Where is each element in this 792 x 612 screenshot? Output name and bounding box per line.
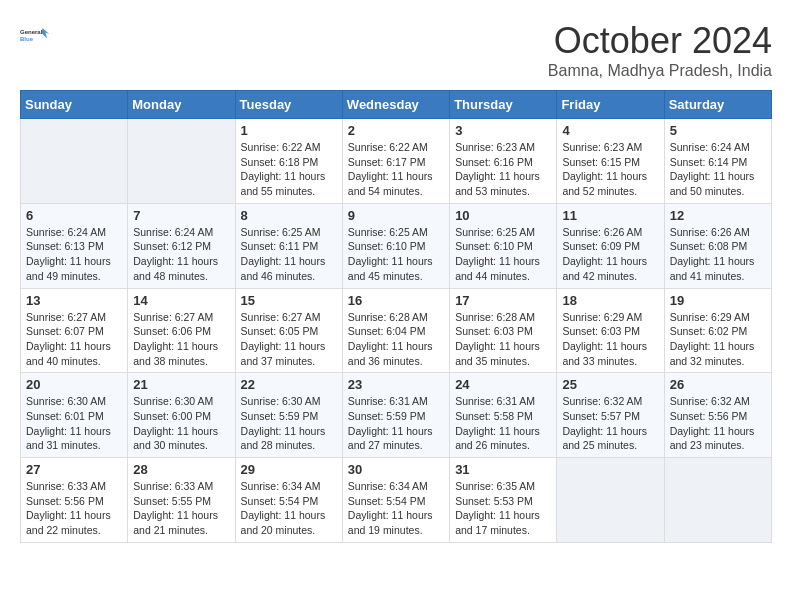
logo: GeneralBlue bbox=[20, 20, 50, 50]
day-cell: 27Sunrise: 6:33 AM Sunset: 5:56 PM Dayli… bbox=[21, 458, 128, 543]
day-number: 31 bbox=[455, 462, 551, 477]
day-info: Sunrise: 6:30 AM Sunset: 5:59 PM Dayligh… bbox=[241, 394, 337, 453]
week-row-4: 20Sunrise: 6:30 AM Sunset: 6:01 PM Dayli… bbox=[21, 373, 772, 458]
day-cell: 11Sunrise: 6:26 AM Sunset: 6:09 PM Dayli… bbox=[557, 203, 664, 288]
day-cell: 13Sunrise: 6:27 AM Sunset: 6:07 PM Dayli… bbox=[21, 288, 128, 373]
day-number: 25 bbox=[562, 377, 658, 392]
location: Bamna, Madhya Pradesh, India bbox=[548, 62, 772, 80]
week-row-2: 6Sunrise: 6:24 AM Sunset: 6:13 PM Daylig… bbox=[21, 203, 772, 288]
day-info: Sunrise: 6:33 AM Sunset: 5:56 PM Dayligh… bbox=[26, 479, 122, 538]
day-cell: 26Sunrise: 6:32 AM Sunset: 5:56 PM Dayli… bbox=[664, 373, 771, 458]
day-cell: 19Sunrise: 6:29 AM Sunset: 6:02 PM Dayli… bbox=[664, 288, 771, 373]
day-info: Sunrise: 6:26 AM Sunset: 6:09 PM Dayligh… bbox=[562, 225, 658, 284]
day-info: Sunrise: 6:27 AM Sunset: 6:05 PM Dayligh… bbox=[241, 310, 337, 369]
day-info: Sunrise: 6:28 AM Sunset: 6:03 PM Dayligh… bbox=[455, 310, 551, 369]
day-cell: 17Sunrise: 6:28 AM Sunset: 6:03 PM Dayli… bbox=[450, 288, 557, 373]
day-cell: 1Sunrise: 6:22 AM Sunset: 6:18 PM Daylig… bbox=[235, 119, 342, 204]
day-info: Sunrise: 6:27 AM Sunset: 6:07 PM Dayligh… bbox=[26, 310, 122, 369]
day-info: Sunrise: 6:33 AM Sunset: 5:55 PM Dayligh… bbox=[133, 479, 229, 538]
day-number: 18 bbox=[562, 293, 658, 308]
page-header: GeneralBlue October 2024 Bamna, Madhya P… bbox=[20, 20, 772, 80]
day-header-friday: Friday bbox=[557, 91, 664, 119]
day-info: Sunrise: 6:29 AM Sunset: 6:03 PM Dayligh… bbox=[562, 310, 658, 369]
day-info: Sunrise: 6:30 AM Sunset: 6:00 PM Dayligh… bbox=[133, 394, 229, 453]
svg-text:Blue: Blue bbox=[20, 36, 34, 42]
day-cell: 23Sunrise: 6:31 AM Sunset: 5:59 PM Dayli… bbox=[342, 373, 449, 458]
day-cell: 24Sunrise: 6:31 AM Sunset: 5:58 PM Dayli… bbox=[450, 373, 557, 458]
day-cell: 2Sunrise: 6:22 AM Sunset: 6:17 PM Daylig… bbox=[342, 119, 449, 204]
day-number: 24 bbox=[455, 377, 551, 392]
day-cell: 6Sunrise: 6:24 AM Sunset: 6:13 PM Daylig… bbox=[21, 203, 128, 288]
day-info: Sunrise: 6:24 AM Sunset: 6:12 PM Dayligh… bbox=[133, 225, 229, 284]
day-number: 6 bbox=[26, 208, 122, 223]
day-cell: 22Sunrise: 6:30 AM Sunset: 5:59 PM Dayli… bbox=[235, 373, 342, 458]
day-cell: 15Sunrise: 6:27 AM Sunset: 6:05 PM Dayli… bbox=[235, 288, 342, 373]
day-number: 12 bbox=[670, 208, 766, 223]
day-info: Sunrise: 6:29 AM Sunset: 6:02 PM Dayligh… bbox=[670, 310, 766, 369]
svg-text:General: General bbox=[20, 29, 43, 35]
day-cell bbox=[21, 119, 128, 204]
svg-marker-2 bbox=[42, 28, 50, 39]
day-info: Sunrise: 6:26 AM Sunset: 6:08 PM Dayligh… bbox=[670, 225, 766, 284]
day-number: 30 bbox=[348, 462, 444, 477]
day-number: 19 bbox=[670, 293, 766, 308]
day-cell: 25Sunrise: 6:32 AM Sunset: 5:57 PM Dayli… bbox=[557, 373, 664, 458]
day-number: 10 bbox=[455, 208, 551, 223]
week-row-3: 13Sunrise: 6:27 AM Sunset: 6:07 PM Dayli… bbox=[21, 288, 772, 373]
day-header-thursday: Thursday bbox=[450, 91, 557, 119]
day-info: Sunrise: 6:24 AM Sunset: 6:14 PM Dayligh… bbox=[670, 140, 766, 199]
day-number: 13 bbox=[26, 293, 122, 308]
day-info: Sunrise: 6:28 AM Sunset: 6:04 PM Dayligh… bbox=[348, 310, 444, 369]
day-info: Sunrise: 6:27 AM Sunset: 6:06 PM Dayligh… bbox=[133, 310, 229, 369]
day-cell: 29Sunrise: 6:34 AM Sunset: 5:54 PM Dayli… bbox=[235, 458, 342, 543]
day-cell: 5Sunrise: 6:24 AM Sunset: 6:14 PM Daylig… bbox=[664, 119, 771, 204]
day-cell: 28Sunrise: 6:33 AM Sunset: 5:55 PM Dayli… bbox=[128, 458, 235, 543]
day-cell: 30Sunrise: 6:34 AM Sunset: 5:54 PM Dayli… bbox=[342, 458, 449, 543]
day-number: 26 bbox=[670, 377, 766, 392]
day-info: Sunrise: 6:23 AM Sunset: 6:15 PM Dayligh… bbox=[562, 140, 658, 199]
header-row: SundayMondayTuesdayWednesdayThursdayFrid… bbox=[21, 91, 772, 119]
day-cell: 10Sunrise: 6:25 AM Sunset: 6:10 PM Dayli… bbox=[450, 203, 557, 288]
day-info: Sunrise: 6:34 AM Sunset: 5:54 PM Dayligh… bbox=[241, 479, 337, 538]
day-number: 21 bbox=[133, 377, 229, 392]
day-cell: 21Sunrise: 6:30 AM Sunset: 6:00 PM Dayli… bbox=[128, 373, 235, 458]
day-number: 22 bbox=[241, 377, 337, 392]
day-header-sunday: Sunday bbox=[21, 91, 128, 119]
day-header-monday: Monday bbox=[128, 91, 235, 119]
day-info: Sunrise: 6:24 AM Sunset: 6:13 PM Dayligh… bbox=[26, 225, 122, 284]
day-number: 16 bbox=[348, 293, 444, 308]
day-number: 7 bbox=[133, 208, 229, 223]
day-cell: 8Sunrise: 6:25 AM Sunset: 6:11 PM Daylig… bbox=[235, 203, 342, 288]
day-number: 17 bbox=[455, 293, 551, 308]
day-info: Sunrise: 6:25 AM Sunset: 6:10 PM Dayligh… bbox=[455, 225, 551, 284]
day-info: Sunrise: 6:22 AM Sunset: 6:18 PM Dayligh… bbox=[241, 140, 337, 199]
day-info: Sunrise: 6:34 AM Sunset: 5:54 PM Dayligh… bbox=[348, 479, 444, 538]
day-info: Sunrise: 6:35 AM Sunset: 5:53 PM Dayligh… bbox=[455, 479, 551, 538]
day-number: 5 bbox=[670, 123, 766, 138]
day-cell: 14Sunrise: 6:27 AM Sunset: 6:06 PM Dayli… bbox=[128, 288, 235, 373]
day-info: Sunrise: 6:30 AM Sunset: 6:01 PM Dayligh… bbox=[26, 394, 122, 453]
day-header-wednesday: Wednesday bbox=[342, 91, 449, 119]
day-cell bbox=[664, 458, 771, 543]
day-cell bbox=[128, 119, 235, 204]
logo-icon: GeneralBlue bbox=[20, 20, 50, 50]
month-title: October 2024 bbox=[548, 20, 772, 62]
day-info: Sunrise: 6:31 AM Sunset: 5:59 PM Dayligh… bbox=[348, 394, 444, 453]
day-number: 28 bbox=[133, 462, 229, 477]
day-cell: 12Sunrise: 6:26 AM Sunset: 6:08 PM Dayli… bbox=[664, 203, 771, 288]
day-cell: 4Sunrise: 6:23 AM Sunset: 6:15 PM Daylig… bbox=[557, 119, 664, 204]
day-number: 2 bbox=[348, 123, 444, 138]
week-row-5: 27Sunrise: 6:33 AM Sunset: 5:56 PM Dayli… bbox=[21, 458, 772, 543]
day-number: 8 bbox=[241, 208, 337, 223]
day-info: Sunrise: 6:23 AM Sunset: 6:16 PM Dayligh… bbox=[455, 140, 551, 199]
day-info: Sunrise: 6:25 AM Sunset: 6:10 PM Dayligh… bbox=[348, 225, 444, 284]
day-number: 3 bbox=[455, 123, 551, 138]
day-cell: 16Sunrise: 6:28 AM Sunset: 6:04 PM Dayli… bbox=[342, 288, 449, 373]
day-number: 23 bbox=[348, 377, 444, 392]
week-row-1: 1Sunrise: 6:22 AM Sunset: 6:18 PM Daylig… bbox=[21, 119, 772, 204]
day-number: 29 bbox=[241, 462, 337, 477]
day-cell: 20Sunrise: 6:30 AM Sunset: 6:01 PM Dayli… bbox=[21, 373, 128, 458]
day-number: 15 bbox=[241, 293, 337, 308]
day-cell bbox=[557, 458, 664, 543]
title-block: October 2024 Bamna, Madhya Pradesh, Indi… bbox=[548, 20, 772, 80]
